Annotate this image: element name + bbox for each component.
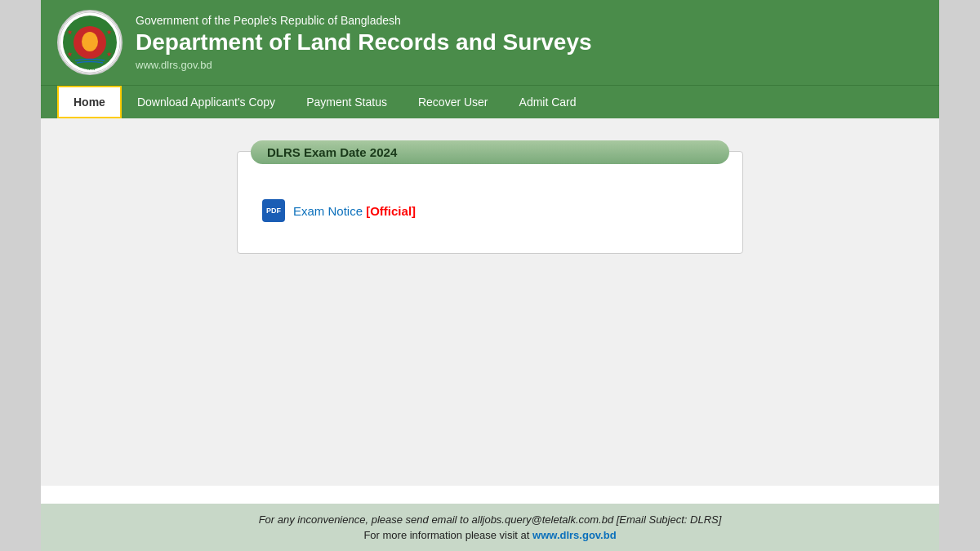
exam-date-card: DLRS Exam Date 2024 PDF Exam Notice [Off… [237, 151, 743, 254]
official-badge: [Official] [366, 204, 416, 218]
nav-download[interactable]: Download Applicant's Copy [122, 87, 291, 118]
department-title: Department of Land Records and Surveys [136, 30, 592, 56]
exam-notice-link[interactable]: Exam Notice [Official] [293, 204, 416, 218]
government-logo: ★ ★ ★ ★ সরকার [57, 10, 122, 75]
svg-text:★: ★ [106, 29, 112, 36]
svg-text:★: ★ [67, 29, 73, 36]
pdf-icon: PDF [262, 199, 285, 222]
website-url: www.dlrs.gov.bd [136, 59, 592, 71]
footer-line2: For more information please visit at www… [57, 529, 923, 541]
government-title: Government of the People's Republic of B… [136, 14, 592, 27]
main-navbar: Home Download Applicant's Copy Payment S… [41, 85, 939, 118]
exam-notice-text: Exam Notice [293, 204, 366, 218]
svg-text:সরকার: সরকার [86, 66, 96, 71]
nav-admit-card[interactable]: Admit Card [504, 87, 592, 118]
footer-line1: For any inconvenience, please send email… [57, 513, 923, 526]
main-content: DLRS Exam Date 2024 PDF Exam Notice [Off… [41, 118, 939, 486]
footer-info-text: For more information please visit at [363, 529, 532, 541]
card-body: PDF Exam Notice [Official] [254, 184, 726, 237]
site-header: ★ ★ ★ ★ সরকার Government of the People's… [41, 0, 939, 85]
card-title: DLRS Exam Date 2024 [251, 140, 729, 164]
nav-recover-user[interactable]: Recover User [403, 87, 504, 118]
svg-point-3 [82, 32, 98, 51]
svg-text:★: ★ [106, 51, 112, 58]
header-text-block: Government of the People's Republic of B… [136, 14, 592, 71]
site-footer: For any inconvenience, please send email… [41, 504, 939, 551]
nav-payment-status[interactable]: Payment Status [291, 87, 403, 118]
svg-text:★: ★ [67, 51, 73, 58]
footer-website-link[interactable]: www.dlrs.gov.bd [532, 529, 617, 541]
nav-home[interactable]: Home [57, 86, 122, 118]
exam-notice-item: PDF Exam Notice [Official] [254, 193, 726, 229]
